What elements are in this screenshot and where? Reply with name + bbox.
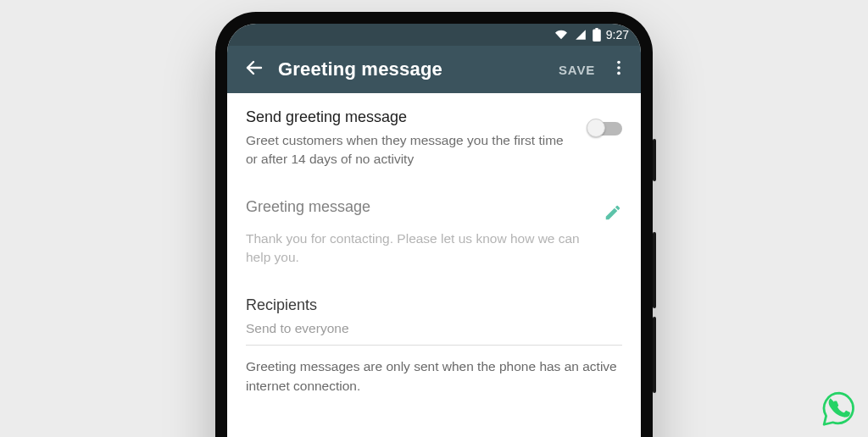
setting-recipients-title: Recipients xyxy=(246,296,622,314)
device-volume-up-button xyxy=(653,232,656,308)
setting-recipients[interactable]: Recipients Send to everyone xyxy=(246,296,622,338)
back-button[interactable] xyxy=(236,49,273,90)
whatsapp-logo-icon xyxy=(821,390,858,427)
phone-device-frame: 9:27 Greeting message SAVE Send gree xyxy=(215,12,653,437)
svg-point-1 xyxy=(617,61,620,64)
arrow-left-icon xyxy=(244,58,264,81)
divider xyxy=(246,345,622,346)
setting-send-greeting-desc: Greet customers when they message you th… xyxy=(246,131,575,169)
setting-greeting-message[interactable]: Greeting message Thank you for contactin… xyxy=(246,198,622,268)
setting-send-greeting[interactable]: Send greeting message Greet customers wh… xyxy=(246,108,622,169)
page-title: Greeting message xyxy=(273,58,550,80)
device-power-button xyxy=(653,139,656,181)
status-bar-time: 9:27 xyxy=(606,28,629,41)
pencil-icon xyxy=(604,210,622,224)
device-volume-down-button xyxy=(653,317,656,393)
overflow-menu-button[interactable] xyxy=(604,49,634,90)
setting-recipients-value: Send to everyone xyxy=(246,319,622,338)
setting-greeting-message-title: Greeting message xyxy=(246,198,590,216)
svg-point-2 xyxy=(617,66,620,69)
cell-signal-icon xyxy=(574,29,587,41)
wifi-icon xyxy=(554,29,569,41)
battery-icon xyxy=(593,28,601,41)
more-vert-icon xyxy=(609,58,628,80)
phone-screen: 9:27 Greeting message SAVE Send gree xyxy=(227,24,641,437)
save-button[interactable]: SAVE xyxy=(550,49,604,90)
footer-note: Greeting messages are only sent when the… xyxy=(246,357,622,396)
svg-point-3 xyxy=(617,72,620,75)
app-bar: Greeting message SAVE xyxy=(227,46,641,93)
edit-greeting-button[interactable] xyxy=(604,203,622,225)
setting-greeting-message-body: Thank you for contacting. Please let us … xyxy=(246,230,590,268)
status-bar: 9:27 xyxy=(227,24,641,46)
setting-send-greeting-title: Send greeting message xyxy=(246,108,575,126)
send-greeting-toggle[interactable] xyxy=(588,122,622,136)
settings-content: Send greeting message Greet customers wh… xyxy=(227,93,641,437)
toggle-knob xyxy=(587,119,605,137)
